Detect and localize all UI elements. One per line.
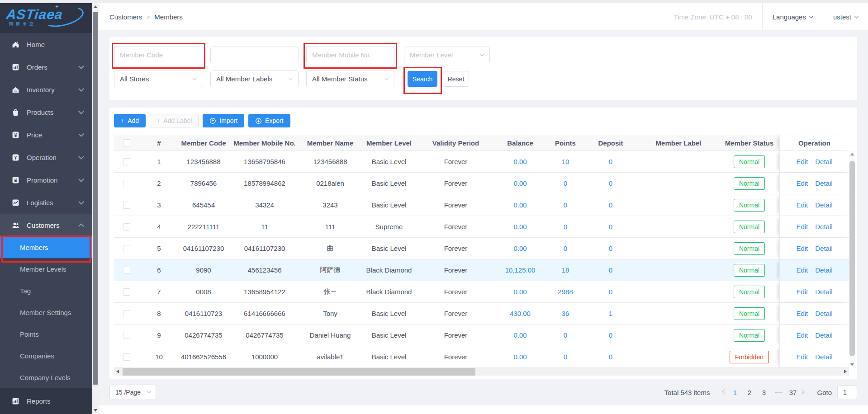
table-vertical-scrollbar[interactable] [849,151,855,368]
sidebar-subitem-companies[interactable]: Companies [0,345,92,367]
scroll-up-icon[interactable] [850,153,854,155]
breadcrumb-customers[interactable]: Customers [109,13,142,21]
sidebar-item-operation[interactable]: ¥Operation [0,146,92,169]
member-mobile-input[interactable] [306,47,394,63]
page-button-3[interactable]: 3 [759,389,769,396]
member-code-input[interactable] [114,47,203,63]
balance-link[interactable]: 0.00 [513,288,526,296]
balance-link[interactable]: 10,125.00 [505,266,536,274]
deposit-link[interactable]: 0 [609,158,612,165]
edit-link[interactable]: Edit [796,223,808,231]
select-all-checkbox[interactable] [123,139,130,146]
detail-link[interactable]: Detail [815,288,832,296]
sidebar-item-reports[interactable]: Reports [0,388,92,414]
page-size-select[interactable]: 15 /Page [109,385,156,400]
sidebar-subitem-member-settings[interactable]: Member Settings [0,301,92,323]
scroll-up-icon[interactable] [94,5,97,8]
deposit-link[interactable]: 0 [609,266,612,274]
scroll-down-icon[interactable] [850,363,854,366]
sidebar-subitem-tag[interactable]: Tag [0,280,92,301]
user-dropdown[interactable]: ustest [823,3,868,30]
sidebar-item-promotion[interactable]: ¥Promotion [0,169,92,191]
points-link[interactable]: 0 [564,353,567,361]
detail-link[interactable]: Detail [815,158,832,165]
balance-link[interactable]: 430.00 [510,310,531,317]
row-checkbox[interactable] [123,353,130,361]
points-link[interactable]: 0 [564,201,567,209]
export-button[interactable]: Export [248,114,290,127]
next-page-button[interactable] [798,388,809,397]
points-link[interactable]: 0 [564,331,567,339]
add-label-button[interactable]: + Add Label [150,114,199,127]
points-link[interactable]: 2988 [558,288,573,296]
sidebar-scrollbar-thumb[interactable] [93,12,98,385]
add-button[interactable]: + Add [114,114,146,127]
row-checkbox[interactable] [123,180,130,187]
page-ellipsis[interactable]: ••• [773,389,783,396]
detail-link[interactable]: Detail [815,201,832,209]
balance-link[interactable]: 0.00 [513,201,526,209]
row-checkbox[interactable] [123,310,130,317]
detail-link[interactable]: Detail [815,266,832,274]
deposit-link[interactable]: 0 [609,245,612,252]
filter-input-empty[interactable] [210,47,299,63]
points-link[interactable]: 10 [562,158,569,165]
points-link[interactable]: 36 [562,310,569,317]
row-checkbox[interactable] [123,245,130,252]
search-button[interactable]: Search [408,71,437,87]
detail-link[interactable]: Detail [815,223,832,231]
row-checkbox[interactable] [123,202,130,209]
edit-link[interactable]: Edit [796,288,808,296]
member-status-select[interactable]: All Member Status [306,71,394,87]
detail-link[interactable]: Detail [815,245,832,252]
detail-link[interactable]: Detail [815,310,832,317]
detail-link[interactable]: Detail [815,353,832,361]
sidebar-item-home[interactable]: Home [0,33,92,56]
edit-link[interactable]: Edit [796,201,808,209]
deposit-link[interactable]: 0 [609,331,612,339]
row-checkbox[interactable] [123,288,130,296]
points-link[interactable]: 0 [564,245,567,252]
edit-link[interactable]: Edit [796,266,808,274]
sidebar-subitem-members[interactable]: Members [0,236,92,258]
sidebar-item-price[interactable]: ¥Price [0,123,92,146]
detail-link[interactable]: Detail [815,179,832,187]
prev-page-button[interactable] [719,388,730,397]
balance-link[interactable]: 0.00 [513,179,526,187]
balance-link[interactable]: 0.00 [513,331,526,339]
member-labels-select[interactable]: All Member Labels [210,71,299,87]
edit-link[interactable]: Edit [796,353,808,361]
sidebar-item-logistics[interactable]: Logistics [0,191,92,214]
scroll-right-icon[interactable] [844,370,847,373]
row-checkbox[interactable] [123,158,130,165]
edit-link[interactable]: Edit [796,158,808,165]
reset-button[interactable]: Reset [443,71,469,87]
sidebar-subitem-points[interactable]: Points [0,323,92,345]
balance-link[interactable]: 0.00 [513,353,526,361]
balance-link[interactable]: 0.00 [513,223,526,231]
deposit-link[interactable]: 0 [609,223,612,231]
deposit-link[interactable]: 1 [609,310,612,317]
sidebar-subitem-company-levels[interactable]: Company Levels [0,367,92,388]
horizontal-scrollbar-thumb[interactable] [123,368,475,376]
balance-link[interactable]: 0.00 [513,245,526,252]
stores-select[interactable]: All Stores [114,71,202,87]
edit-link[interactable]: Edit [796,245,808,252]
languages-dropdown[interactable]: Languages [763,3,823,30]
deposit-link[interactable]: 0 [609,288,612,296]
sidebar-item-inventory[interactable]: Inventory [0,78,92,101]
deposit-link[interactable]: 0 [609,179,612,187]
sidebar-scrollbar[interactable] [92,3,99,414]
table-horizontal-scrollbar[interactable] [114,368,849,376]
row-checkbox[interactable] [123,332,130,339]
edit-link[interactable]: Edit [796,179,808,187]
sidebar-item-orders[interactable]: Orders [0,56,92,78]
row-checkbox[interactable] [123,267,130,274]
deposit-link[interactable]: 0 [609,201,612,209]
balance-link[interactable]: 0.00 [513,158,526,165]
sidebar-subitem-member-levels[interactable]: Member Levels [0,258,92,280]
scroll-left-icon[interactable] [116,370,119,373]
row-checkbox[interactable] [123,223,130,231]
points-link[interactable]: 0 [564,179,567,187]
import-button[interactable]: Import [203,114,244,127]
